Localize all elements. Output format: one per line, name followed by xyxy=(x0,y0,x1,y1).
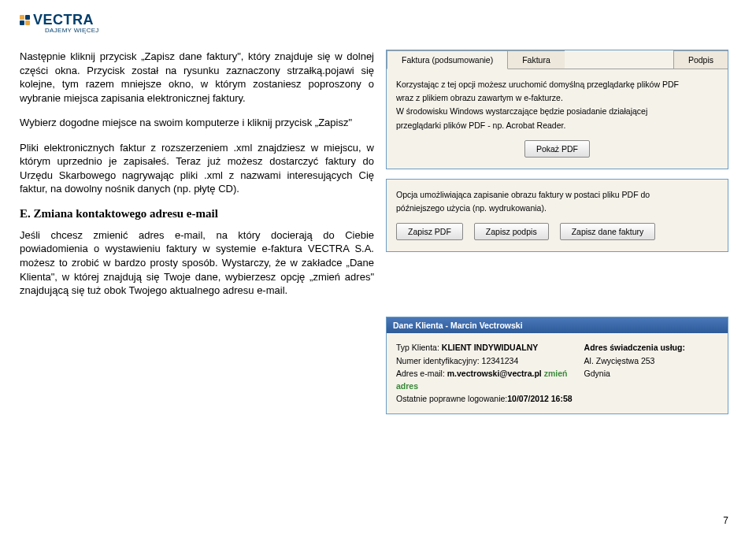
service-address-city: Gdynia xyxy=(584,367,718,380)
show-pdf-button[interactable]: Pokaż PDF xyxy=(524,140,590,158)
pdf-desc-line: W środowisku Windows wystarczające będzi… xyxy=(396,106,718,117)
paragraph-3: Pliki elektronicznych faktur z rozszerze… xyxy=(20,141,374,196)
service-address-label: Adres świadczenia usług: xyxy=(584,341,718,354)
save-panel: Opcja umożliwiająca zapisanie obrazu fak… xyxy=(386,179,728,253)
client-panel-title: Dane Klienta - Marcin Vectrowski xyxy=(387,317,728,333)
heading-e: E. Zmiana kontaktowego adresu e-mail xyxy=(20,207,374,221)
client-last-login-row: Ostatnie poprawne logowanie:10/07/2012 1… xyxy=(396,392,584,405)
save-invoice-data-button[interactable]: Zapisz dane faktury xyxy=(560,223,656,240)
tab-faktura-podsumowanie[interactable]: Faktura (podsumowanie) xyxy=(387,50,508,69)
pdf-desc-line: wraz z plikiem obrazu zawartym w e-faktu… xyxy=(396,92,718,103)
pdf-viewer-panel: Faktura (podsumowanie) Faktura Podpis Ko… xyxy=(386,50,728,169)
tab-faktura[interactable]: Faktura xyxy=(507,50,565,69)
tab-podpis[interactable]: Podpis xyxy=(673,50,728,69)
paragraph-1: Następnie kliknij przycisk „Zapisz dane … xyxy=(20,50,374,105)
service-address-street: Al. Zwycięstwa 253 xyxy=(584,354,718,367)
logo-brand: VECTRA xyxy=(33,12,94,28)
save-desc-line: Opcja umożliwiająca zapisanie obrazu fak… xyxy=(396,189,718,200)
save-signature-button[interactable]: Zapisz podpis xyxy=(474,223,549,240)
client-type-row: Typ Klienta: KLIENT INDYWIDUALNY xyxy=(396,341,584,354)
client-email-row: Adres e-mail: m.vectrowski@vectra.pl zmi… xyxy=(396,367,584,393)
page-number: 7 xyxy=(723,515,728,526)
save-desc-line: późniejszego użycia (np. wydrukowania). xyxy=(396,202,718,213)
paragraph-2: Wybierz dogodne miejsce na swoim kompute… xyxy=(20,116,374,130)
tab-bar: Faktura (podsumowanie) Faktura Podpis xyxy=(387,50,728,69)
pdf-desc-line: przeglądarki plików PDF - np. Acrobat Re… xyxy=(396,120,718,131)
paragraph-4: Jeśli chcesz zmienić adres e-mail, na kt… xyxy=(20,228,374,298)
pdf-desc-line: Korzystając z tej opcji możesz uruchomić… xyxy=(396,79,718,90)
logo: VECTRA DAJEMY WIĘCEJ xyxy=(20,12,728,34)
client-data-panel: Dane Klienta - Marcin Vectrowski Typ Kli… xyxy=(386,317,728,413)
logo-tagline: DAJEMY WIĘCEJ xyxy=(45,27,728,34)
logo-squares-icon xyxy=(20,15,30,25)
client-id-row: Numer identyfikacyjny: 12341234 xyxy=(396,354,584,367)
save-pdf-button[interactable]: Zapisz PDF xyxy=(396,223,463,240)
